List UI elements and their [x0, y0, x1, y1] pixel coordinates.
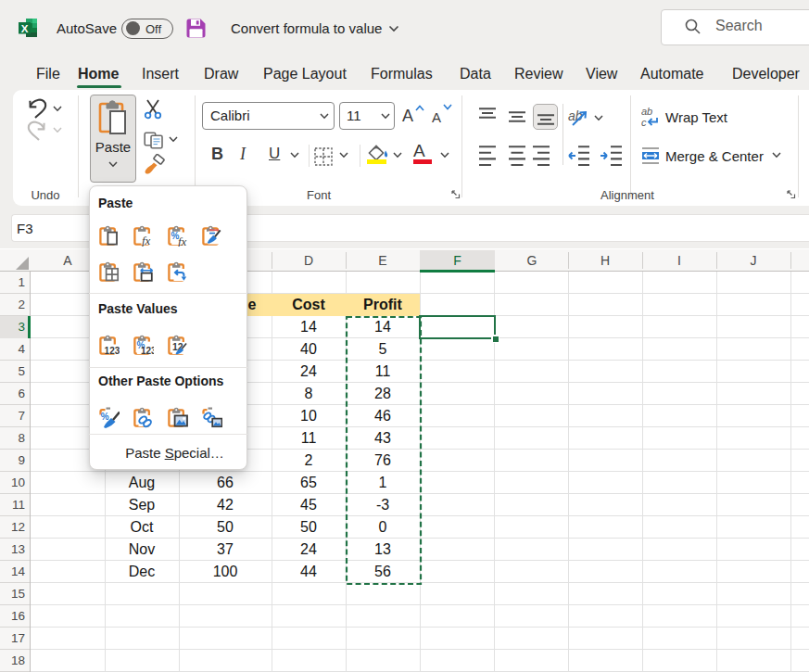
svg-text:X: X: [21, 23, 29, 34]
svg-text:123: 123: [141, 346, 154, 356]
svg-text:fx: fx: [142, 234, 151, 247]
svg-text:123: 123: [105, 346, 120, 356]
svg-text:c: c: [641, 117, 647, 128]
svg-text:%: %: [101, 412, 109, 422]
svg-text:fx: fx: [178, 235, 187, 247]
svg-text:ab: ab: [641, 107, 652, 117]
